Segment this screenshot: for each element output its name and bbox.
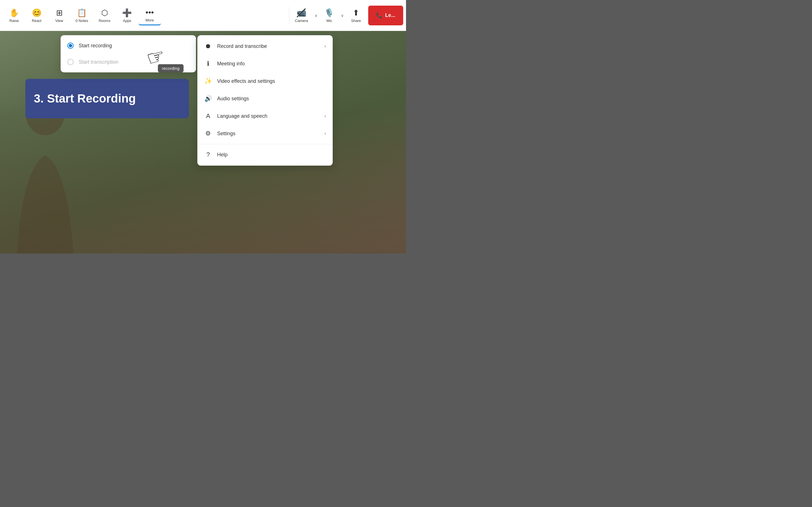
leave-phone-icon: 📞: [376, 12, 382, 18]
react-button[interactable]: 😊 React: [26, 6, 48, 25]
react-label: React: [32, 18, 42, 23]
settings-chevron: ›: [324, 131, 326, 136]
menu-item-language-speech[interactable]: A Language and speech ›: [197, 107, 333, 125]
leave-label: Le...: [385, 12, 395, 18]
slide-overlay: 3. Start Recording: [26, 79, 189, 118]
tooltip-text: recording: [162, 66, 180, 71]
meeting-info-icon: ℹ: [204, 60, 212, 67]
more-icon: •••: [146, 8, 154, 17]
toolbar-divider: [289, 7, 289, 24]
apps-label: Apps: [123, 18, 132, 23]
recording-tooltip: recording: [158, 64, 184, 72]
rooms-icon: ⬡: [101, 8, 108, 17]
audio-settings-icon: 🔊: [204, 95, 212, 102]
language-speech-chevron: ›: [324, 114, 326, 119]
rooms-label: Rooms: [99, 18, 110, 23]
raise-label: Raise: [9, 18, 18, 23]
video-effects-icon: ✨: [204, 77, 212, 85]
toolbar-left: ✋ Raise 😊 React ⊞ View 📋 0 Notes ⬡ Rooms…: [3, 6, 287, 25]
help-label: Help: [217, 152, 326, 158]
language-speech-label: Language and speech: [217, 113, 319, 119]
notes-label: 0 Notes: [75, 18, 88, 23]
language-speech-icon: A: [204, 112, 212, 120]
start-recording-label: Start recording: [79, 43, 112, 49]
video-effects-label: Video effects and settings: [217, 78, 326, 84]
raise-icon: ✋: [9, 8, 19, 17]
view-button[interactable]: ⊞ View: [48, 6, 70, 25]
menu-item-video-effects[interactable]: ✨ Video effects and settings: [197, 72, 333, 90]
settings-icon: ⚙: [204, 130, 212, 137]
share-icon: ⬆: [353, 8, 359, 17]
view-icon: ⊞: [56, 8, 63, 17]
menu-item-meeting-info[interactable]: ℹ Meeting info: [197, 55, 333, 72]
share-button[interactable]: ⬆ Share: [347, 6, 365, 25]
audio-settings-label: Audio settings: [217, 96, 326, 102]
menu-item-audio-settings[interactable]: 🔊 Audio settings: [197, 90, 333, 107]
start-transcription-label: Start transcription: [79, 59, 118, 65]
mic-label: Mic: [326, 18, 332, 23]
start-recording-item[interactable]: Start recording: [61, 38, 196, 54]
mic-icon: 🎙️: [324, 8, 334, 17]
notes-icon: 📋: [77, 8, 87, 17]
menu-item-record-transcribe[interactable]: ⏺ Record and transcribe ›: [197, 38, 333, 55]
raise-button[interactable]: ✋ Raise: [3, 6, 26, 25]
share-label: Share: [351, 18, 361, 23]
more-label: More: [146, 18, 154, 22]
menu-item-help[interactable]: ? Help: [197, 146, 333, 163]
main-menu: ⏺ Record and transcribe › ℹ Meeting info…: [197, 35, 333, 166]
help-icon: ?: [204, 151, 212, 158]
camera-icon: 📹: [297, 8, 306, 17]
react-icon: 😊: [32, 8, 42, 17]
leave-button[interactable]: 📞 Le...: [368, 6, 403, 25]
more-button[interactable]: ••• More: [139, 6, 161, 25]
menu-item-settings[interactable]: ⚙ Settings ›: [197, 125, 333, 142]
slide-text: 3. Start Recording: [34, 92, 136, 105]
camera-dropdown-arrow[interactable]: ∨: [313, 11, 319, 20]
toolbar-right: 📹 Camera ∨ 🎙️ Mic ∨ ⬆ Share 📞 Le...: [292, 6, 403, 25]
meeting-info-label: Meeting info: [217, 61, 326, 67]
start-transcription-radio: [67, 59, 73, 65]
notes-button[interactable]: 📋 0 Notes: [70, 6, 93, 25]
record-transcribe-icon: ⏺: [204, 43, 212, 50]
record-transcribe-label: Record and transcribe: [217, 43, 319, 49]
mic-dropdown-arrow[interactable]: ∨: [340, 11, 345, 20]
view-label: View: [55, 18, 63, 23]
rooms-button[interactable]: ⬡ Rooms: [93, 6, 116, 25]
menu-divider: [197, 144, 333, 144]
settings-label: Settings: [217, 131, 319, 136]
apps-icon: ➕: [122, 8, 132, 17]
apps-button[interactable]: ➕ Apps: [116, 6, 139, 25]
start-recording-radio: [67, 43, 73, 49]
record-transcribe-chevron: ›: [324, 44, 326, 49]
camera-label: Camera: [295, 18, 308, 23]
camera-button[interactable]: 📹 Camera: [292, 6, 311, 25]
toolbar: ✋ Raise 😊 React ⊞ View 📋 0 Notes ⬡ Rooms…: [0, 0, 406, 31]
mic-button[interactable]: 🎙️ Mic: [321, 6, 338, 25]
